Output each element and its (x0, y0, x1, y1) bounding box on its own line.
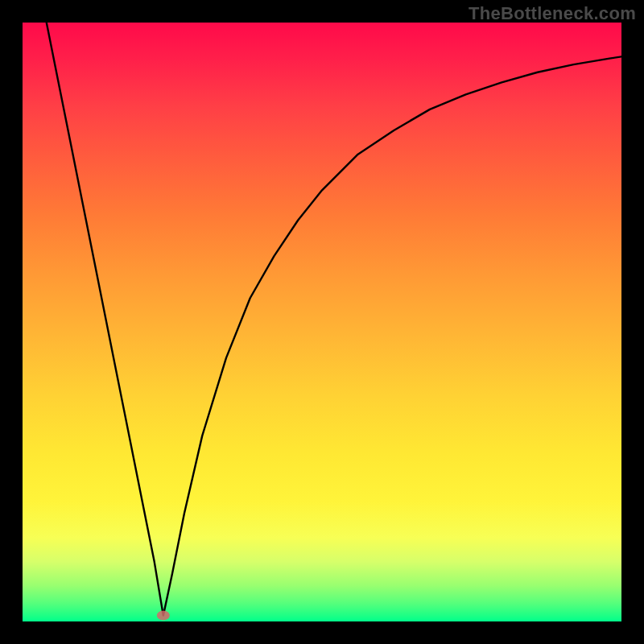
chart-frame: TheBottleneck.com (0, 0, 644, 644)
bottleneck-curve-path (47, 23, 621, 616)
watermark-text: TheBottleneck.com (469, 3, 636, 24)
curve-svg (23, 23, 621, 621)
plot-area (23, 23, 621, 621)
minimum-marker (157, 611, 170, 621)
